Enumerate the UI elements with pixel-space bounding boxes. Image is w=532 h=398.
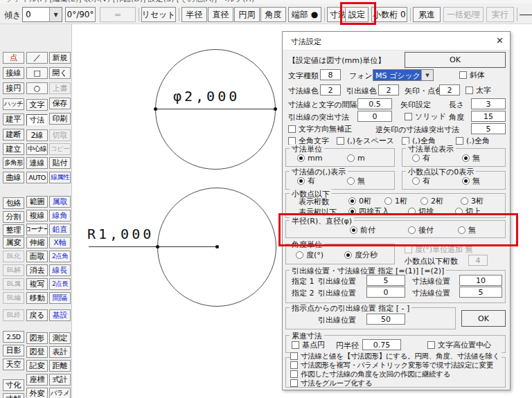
sidebar-item-print[interactable]: 印刷 [49,113,71,125]
decimal-places-button[interactable]: 小数桁 0 [371,7,407,22]
sidebar-item-two-point-length[interactable]: 2点長 [49,278,71,290]
dim-figure-checkbox[interactable]: 寸法線と値を【寸法図形】にする。円周、角度、寸法値を除く [290,352,502,361]
sidebar-item-tangent-line[interactable]: 接線 [3,67,24,79]
radius-button[interactable]: 半径 [181,7,207,22]
radio-round-down[interactable]: 切捨 [408,207,434,216]
radio-zero-show[interactable]: 有 [412,177,430,186]
leader-protrude-input[interactable]: 0 [357,111,392,122]
sidebar-item-build-plan[interactable]: 建平 [3,114,24,125]
dim-copy-update-checkbox[interactable]: 寸法図形を複写・パラメトリック変形等で現寸法設定に変更 [290,361,493,370]
arrow-angle-input[interactable]: 15 [471,111,506,122]
text-type-input[interactable]: 8 [320,69,341,80]
no-text-correction-checkbox[interactable]: 文字方向無補正 [288,125,352,134]
sidebar-item-text-tool[interactable]: 文字 [26,99,48,111]
progressive-button[interactable]: 累進 [413,7,441,22]
sidebar-item-dim-to-figure[interactable]: 寸化 [3,379,24,391]
sidebar-item-coordinate-file[interactable]: 座標 [26,374,48,386]
comma-space-checkbox[interactable]: (,)をスペース [337,136,394,145]
sidebar-item-paste[interactable]: 貼付 [49,157,71,169]
sidebar-item-external-transform[interactable]: 外変 [26,388,48,398]
radio-round-half-up[interactable]: 四捨五入 [348,207,389,216]
sidebar-item-build-elevation[interactable]: 建立 [3,143,24,155]
arrow-color-input[interactable]: 2 [439,84,460,96]
sidebar-item-dim-dissolve[interactable]: 寸解 [3,393,24,398]
pointer-pos-input[interactable]: 50 [366,314,405,325]
gap-input[interactable]: 0.5 [357,98,392,109]
sidebar-item-table-calc[interactable]: 表計 [49,346,71,358]
sidebar-item-attr-pick[interactable]: 属取 [49,196,71,208]
sidebar-item-line-attribute[interactable]: 線属性 [49,172,71,183]
radio-zero-hide[interactable]: 無 [462,177,480,186]
diameter-button[interactable]: 直径 [208,7,233,22]
linetype-preview[interactable] [520,15,532,15]
radio-comma-show[interactable]: 有 [297,177,315,186]
sidebar-item-interval[interactable]: 間隔 [49,292,71,304]
sidebar-item-auto-mode[interactable]: AUTO [26,172,48,183]
sidebar-item-chamfer[interactable]: 面取 [26,251,48,262]
sidebar-item-figure[interactable]: 図形 [26,332,48,344]
end-style-button[interactable]: 端部 ● [288,7,321,22]
sidebar-item-text-change[interactable]: 記変 [26,360,48,372]
radio-degrees[interactable]: 度(°) [296,251,323,260]
sidebar-item-measure[interactable]: 測定 [49,332,71,344]
radio-0-digits[interactable]: 0桁 [348,197,371,206]
circumference-button[interactable]: 円周 [234,7,260,22]
sidebar-item-hatch[interactable]: ハッチ [3,98,24,110]
sidebar-item-parametric[interactable]: パラメ [49,388,71,398]
sidebar-item-polyline-tool[interactable]: 連線 [26,157,48,169]
sidebar-item-two-5d[interactable]: 2.5D [3,331,24,343]
sidebar-item-open-file[interactable]: 開く [49,67,71,79]
font-combo[interactable]: MS ゴシック ▼ [373,69,434,81]
base-circle-checkbox[interactable]: 基点円 [292,341,325,350]
sidebar-item-line-angle[interactable]: 線角 [49,210,71,221]
sidebar-item-new-file[interactable]: 新規 [49,52,71,64]
sidebar-item-move[interactable]: 移動 [26,292,48,304]
close-icon[interactable]: ✕ [496,35,504,46]
sidebar-item-point[interactable]: 点 [3,52,24,64]
sidebar-item-sky[interactable]: 天空 [3,359,24,370]
sidebar-item-attr-change[interactable]: 属変 [3,237,24,248]
radio-prefix[interactable]: 前付 [350,226,375,235]
sidebar-item-erase[interactable]: 消去 [26,264,48,276]
angle-button[interactable]: 角度 [260,7,286,22]
sidebar-item-rect-tool[interactable]: □ [26,67,48,79]
sidebar-item-envelope[interactable]: 包絡 [3,197,24,209]
sidebar-item-divide[interactable]: 分割 [3,211,24,223]
sidebar-item-build-section[interactable]: 建断 [3,129,24,141]
reset-button[interactable]: リセット [141,7,176,22]
radio-round-up[interactable]: 切上 [455,207,481,216]
radio-dms[interactable]: 度分秒 [344,251,378,260]
sidebar-item-line-tool[interactable]: ／ [26,52,48,64]
sidebar-item-curve[interactable]: 曲線 [3,172,24,183]
radio-3-digits[interactable]: 3桁 [461,197,484,206]
sidebar-item-stretch[interactable]: 伸縮 [26,237,48,248]
sidebar-item-polygon[interactable]: 多角形 [3,157,24,169]
sidebar-item-tidy-up[interactable]: 整理 [3,224,24,236]
sidebar-item-range-select[interactable]: 範囲 [26,196,48,208]
sidebar-item-shadow[interactable]: 日影 [3,345,24,356]
ok-button[interactable]: OK [405,52,506,68]
sidebar-item-dimension-tool[interactable]: 寸法 [26,114,48,126]
solid-checkbox[interactable]: ソリッド [405,112,446,121]
reverse-arrow-input[interactable]: 5 [471,123,506,134]
sidebar-item-distance[interactable]: 距離 [49,360,71,372]
tilt-combo[interactable]: 0▼ [22,7,62,22]
radio-unit-hide[interactable]: 無 [462,154,480,163]
leader-color-input[interactable]: 2 [378,84,399,96]
spec2-dim-input[interactable]: 5 [459,287,502,298]
radio-m[interactable]: m [347,154,365,163]
sidebar-item-figure-register[interactable]: 図登 [26,346,48,358]
radio-mm[interactable]: mm [297,154,322,163]
radio-2-digits[interactable]: 2桁 [420,197,443,206]
radio-suffix[interactable]: 後付 [408,226,434,235]
sidebar-item-basic-settings[interactable]: 基設 [49,309,71,321]
period-fullwidth-checkbox[interactable]: (.)全角 [456,136,490,145]
sidebar-item-corner[interactable]: コーナー [26,224,48,235]
sidebar-item-center-line-tool[interactable]: 中心線 [26,143,48,155]
keep-angle-checkbox[interactable]: 作図した寸法線の角度を次回の作図に継続する [290,370,450,379]
sidebar-item-line-length[interactable]: 線長 [49,264,71,276]
italic-checkbox[interactable]: 斜体 [459,71,485,80]
settings-button[interactable]: 設定 [345,7,369,22]
spec1-dim-input[interactable]: 10 [459,275,502,286]
sidebar-item-circle-tool[interactable]: ○ [26,82,48,94]
